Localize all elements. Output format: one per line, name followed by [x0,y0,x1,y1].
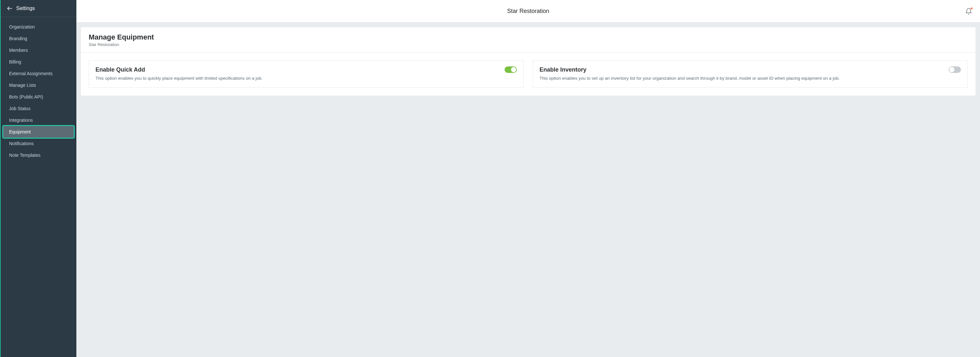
sidebar-item-bots[interactable]: Bots (Public API) [3,91,74,103]
setting-card-quick-add: Enable Quick Add This option enables you… [89,60,523,88]
sidebar-nav: Organization Branding Members Billing Ex… [1,17,76,165]
sidebar-item-organization[interactable]: Organization [3,21,74,33]
settings-row: Enable Quick Add This option enables you… [81,53,975,96]
setting-description: This option enables you to quickly place… [95,75,499,81]
page-title: Manage Equipment [89,33,968,41]
setting-description: This option enables you to set up an inv… [539,75,943,81]
notifications-bell-icon[interactable] [964,7,973,16]
sidebar-item-branding[interactable]: Branding [3,33,74,45]
page-card: Manage Equipment Star Restoration Enable… [81,27,975,96]
notification-badge-icon [970,8,972,10]
page-subtitle: Star Restoration [89,42,968,47]
sidebar-header: Settings [1,0,76,17]
header-actions [964,7,973,16]
setting-card-inventory: Enable Inventory This option enables you… [533,60,968,88]
sidebar: Settings Organization Branding Members B… [0,0,76,357]
toggle-knob-icon [949,67,955,72]
page-head: Manage Equipment Star Restoration [81,27,975,53]
sidebar-title: Settings [16,5,35,11]
sidebar-item-notifications[interactable]: Notifications [3,138,74,149]
sidebar-item-billing[interactable]: Billing [3,56,74,68]
setting-title: Enable Inventory [539,66,943,73]
setting-title: Enable Quick Add [95,66,499,73]
sidebar-item-note-templates[interactable]: Note Templates [3,149,74,161]
toggle-knob-icon [511,67,516,72]
sidebar-item-manage-lists[interactable]: Manage Lists [3,80,74,91]
back-icon[interactable] [6,5,14,12]
content: Manage Equipment Star Restoration Enable… [76,23,980,100]
header-title: Star Restoration [507,8,549,14]
header-bar: Star Restoration [76,0,980,23]
toggle-inventory[interactable] [948,66,961,73]
sidebar-item-members[interactable]: Members [3,45,74,56]
sidebar-item-integrations[interactable]: Integrations [3,114,74,126]
main: Star Restoration Manage Equipment Star R… [76,0,980,357]
toggle-quick-add[interactable] [504,66,517,73]
sidebar-item-external-assignments[interactable]: External Assignments [3,68,74,80]
sidebar-item-equipment[interactable]: Equipment [3,126,74,138]
sidebar-item-job-status[interactable]: Job Status [3,103,74,114]
